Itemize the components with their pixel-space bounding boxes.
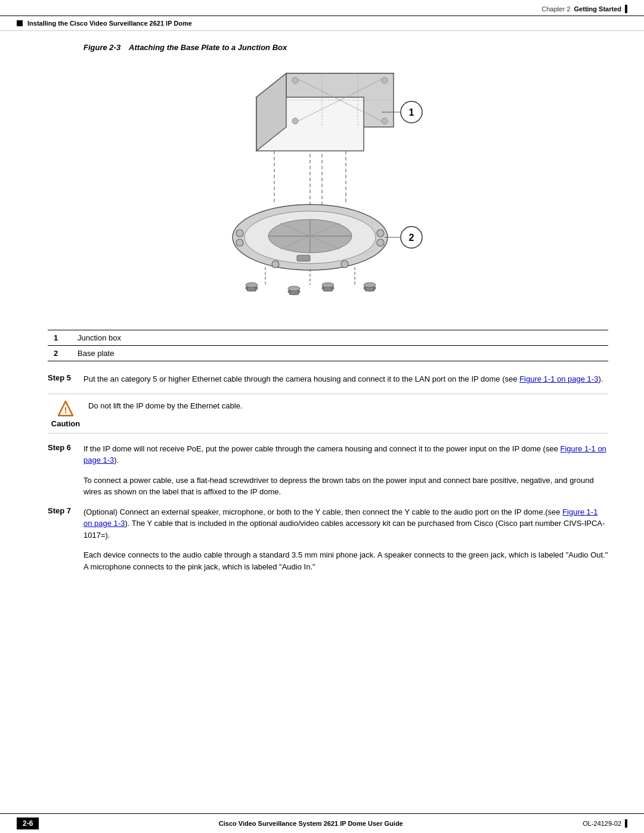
figure-container: Figure 2-3 Attaching the Base Plate to a… — [48, 43, 608, 318]
figure-table-num: 1 — [48, 330, 72, 346]
header-bar — [625, 5, 627, 13]
subheader-icon — [17, 20, 23, 26]
step5-label: Step 5 — [48, 373, 83, 382]
svg-point-27 — [377, 239, 384, 246]
header-title: Getting Started — [574, 5, 621, 13]
svg-point-25 — [236, 239, 243, 246]
step6-content: If the IP dome will not receive PoE, put… — [83, 443, 608, 466]
figure-table-row: 2Base plate — [48, 346, 608, 361]
svg-text:1: 1 — [409, 107, 414, 117]
caution-triangle-icon: ! — [57, 400, 74, 418]
footer-right-wrap: OL-24129-02 — [583, 819, 627, 828]
svg-point-24 — [236, 230, 243, 237]
page-footer: 2-6 Cisco Video Surveillance System 2621… — [0, 813, 644, 833]
svg-point-11 — [382, 118, 388, 124]
diagram-wrapper: 1 2 — [179, 61, 477, 318]
footer-bar — [625, 819, 627, 828]
step6-row: Step 6 If the IP dome will not receive P… — [48, 443, 608, 466]
step5-row: Step 5 Put the an category 5 or higher E… — [48, 373, 608, 385]
step6-link[interactable]: Figure 1-1 on page 1-3 — [83, 444, 606, 465]
step6-label: Step 6 — [48, 443, 83, 452]
subheader-text: Installing the Cisco Video Surveillance … — [27, 20, 192, 27]
page-header: Chapter 2 Getting Started — [0, 0, 644, 16]
svg-rect-30 — [297, 255, 310, 261]
footer-center-text: Cisco Video Surveillance System 2621 IP … — [39, 820, 583, 827]
footer-page-num: 2-6 — [17, 817, 39, 829]
main-content: Figure 2-3 Attaching the Base Plate to a… — [0, 31, 644, 593]
step7-extra-para: Each device connects to the audio cable … — [83, 549, 608, 572]
figure-label: Figure 2-3 — [83, 43, 120, 52]
caution-label: Caution — [51, 419, 80, 428]
step7-label: Step 7 — [48, 506, 83, 515]
page-subheader: Installing the Cisco Video Surveillance … — [0, 16, 644, 31]
svg-text:!: ! — [64, 405, 67, 415]
figure-title: Figure 2-3 Attaching the Base Plate to a… — [83, 43, 287, 52]
figure-table-num: 2 — [48, 346, 72, 361]
figure-table-row: 1Junction box — [48, 330, 608, 346]
step6-extra-para: To connect a power cable, use a flat-hea… — [83, 475, 608, 498]
figure-svg: 1 2 — [179, 61, 477, 318]
svg-point-26 — [377, 230, 384, 237]
figure-table-desc: Base plate — [72, 346, 608, 361]
svg-point-39 — [288, 286, 300, 291]
figure-caption: Attaching the Base Plate to a Junction B… — [129, 43, 287, 52]
svg-point-10 — [382, 78, 388, 83]
figure-table: 1Junction box2Base plate — [48, 330, 608, 361]
svg-point-9 — [292, 78, 298, 83]
caution-block: ! Caution Do not lift the IP dome by the… — [48, 394, 608, 433]
figure-table-desc: Junction box — [72, 330, 608, 346]
step5-link[interactable]: Figure 1-1 on page 1-3 — [519, 374, 598, 383]
step7-row: Step 7 (Optional) Connect an external sp… — [48, 506, 608, 541]
svg-point-36 — [246, 283, 258, 287]
step5-content: Put the an category 5 or higher Ethernet… — [83, 373, 608, 385]
footer-right-text: OL-24129-02 — [583, 820, 621, 827]
svg-text:2: 2 — [409, 233, 414, 243]
step7-link[interactable]: Figure 1-1 on page 1-3 — [83, 507, 597, 528]
caution-text: Do not lift the IP dome by the Ethernet … — [83, 399, 608, 412]
header-chapter: Chapter 2 — [541, 5, 570, 13]
svg-point-28 — [272, 261, 279, 268]
svg-point-12 — [292, 118, 298, 124]
svg-point-45 — [364, 283, 376, 287]
svg-point-42 — [322, 283, 334, 287]
step7-content: (Optional) Connect an external speaker, … — [83, 506, 608, 541]
svg-point-29 — [341, 261, 348, 268]
caution-icon-cell: ! Caution — [48, 399, 83, 428]
